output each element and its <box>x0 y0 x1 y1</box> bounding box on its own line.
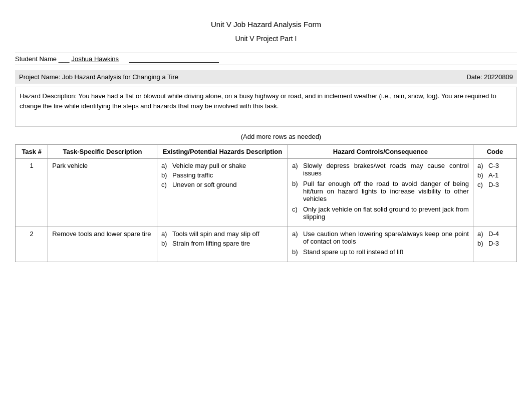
list-label: b) <box>292 180 303 202</box>
control-text: Slowly depress brakes/wet roads may caus… <box>303 162 469 177</box>
student-blank <box>129 56 219 63</box>
code-label: b) <box>477 171 488 179</box>
list-label: c) <box>292 205 303 221</box>
code-label: a) <box>477 162 488 169</box>
student-name-row: Student Name ___ Joshua Hawkins <box>15 53 517 65</box>
task-desc-cell: Park vehicle <box>48 159 157 227</box>
code-value: D-3 <box>488 240 499 247</box>
task-num-cell: 1 <box>16 159 48 227</box>
list-label: c) <box>161 181 172 188</box>
code-cell: a)D-4b)D-3 <box>473 227 516 262</box>
hazards-cell: a)Vehicle may pull or shakeb)Passing tra… <box>157 159 288 227</box>
control-text: Stand spare up to roll instead of lift <box>303 248 403 256</box>
code-label: b) <box>477 240 488 247</box>
col-header-hazards: Existing/Potential Hazards Description <box>157 145 288 159</box>
hazard-item: a)Vehicle may pull or shake <box>161 162 284 169</box>
page-subtitle: Unit V Project Part I <box>15 35 517 43</box>
list-label: b) <box>292 248 303 256</box>
control-item: a)Slowly depress brakes/wet roads may ca… <box>292 162 469 177</box>
table-row: 2Remove tools and lower spare tirea)Tool… <box>16 227 517 262</box>
code-label: a) <box>477 230 488 238</box>
code-value: C-3 <box>488 162 499 169</box>
project-name: Project Name: Job Hazard Analysis for Ch… <box>19 73 178 81</box>
hazard-item: c)Uneven or soft ground <box>161 181 284 188</box>
hazard-text: Tools will spin and may slip off <box>172 230 259 238</box>
project-date: Date: 20220809 <box>466 73 513 81</box>
student-name-value: Joshua Hawkins <box>71 55 119 63</box>
list-label: a) <box>161 162 172 169</box>
hazard-description-box: Hazard Description: You have had a flat … <box>15 87 517 127</box>
col-header-task-num: Task # <box>16 145 48 159</box>
hazard-description-text: You have had a flat or blowout while dri… <box>20 92 496 110</box>
list-label: a) <box>161 230 172 238</box>
main-table: Task # Task-Specific Description Existin… <box>15 144 517 262</box>
hazard-description-label: Hazard Description: <box>20 92 77 100</box>
project-date-row: Project Name: Job Hazard Analysis for Ch… <box>15 70 517 84</box>
table-row: 1Park vehiclea)Vehicle may pull or shake… <box>16 159 517 227</box>
hazards-cell: a)Tools will spin and may slip offb)Stra… <box>157 227 288 262</box>
code-value: D-4 <box>488 230 499 238</box>
col-header-controls: Hazard Controls/Consequence <box>288 145 473 159</box>
col-header-task-desc: Task-Specific Description <box>48 145 157 159</box>
hazard-item: b)Passing traffic <box>161 171 284 179</box>
hazard-text: Passing traffic <box>172 171 213 179</box>
hazard-text: Vehicle may pull or shake <box>172 162 246 169</box>
hazard-text: Strain from lifting spare tire <box>172 240 250 247</box>
list-label: a) <box>292 162 303 177</box>
add-rows-note: (Add more rows as needed) <box>45 133 517 140</box>
control-text: Pull far enough off the road to avoid da… <box>303 180 469 202</box>
code-item: a)C-3 <box>477 162 512 169</box>
control-item: a)Use caution when lowering spare/always… <box>292 230 469 245</box>
hazard-text: Uneven or soft ground <box>172 181 237 188</box>
code-item: a)D-4 <box>477 230 512 238</box>
control-text: Use caution when lowering spare/always k… <box>303 230 469 245</box>
col-header-code: Code <box>473 145 516 159</box>
list-label: b) <box>161 171 172 179</box>
control-item: c)Only jack vehicle on flat solid ground… <box>292 205 469 221</box>
code-value: D-3 <box>488 181 499 188</box>
control-item: b)Stand spare up to roll instead of lift <box>292 248 469 256</box>
code-value: A-1 <box>488 171 498 179</box>
task-num-cell: 2 <box>16 227 48 262</box>
code-item: c)D-3 <box>477 181 512 188</box>
task-desc-cell: Remove tools and lower spare tire <box>48 227 157 262</box>
control-text: Only jack vehicle on flat solid ground t… <box>303 205 469 221</box>
student-label: Student Name ___ <box>15 55 69 63</box>
hazard-item: b)Strain from lifting spare tire <box>161 240 284 247</box>
list-label: b) <box>161 240 172 247</box>
page-title: Unit V Job Hazard Analysis Form <box>15 20 517 29</box>
code-label: c) <box>477 181 488 188</box>
controls-cell: a)Use caution when lowering spare/always… <box>288 227 473 262</box>
code-item: b)D-3 <box>477 240 512 247</box>
code-item: b)A-1 <box>477 171 512 179</box>
hazard-item: a)Tools will spin and may slip off <box>161 230 284 238</box>
controls-cell: a)Slowly depress brakes/wet roads may ca… <box>288 159 473 227</box>
list-label: a) <box>292 230 303 245</box>
code-cell: a)C-3b)A-1c)D-3 <box>473 159 516 227</box>
control-item: b)Pull far enough off the road to avoid … <box>292 180 469 202</box>
